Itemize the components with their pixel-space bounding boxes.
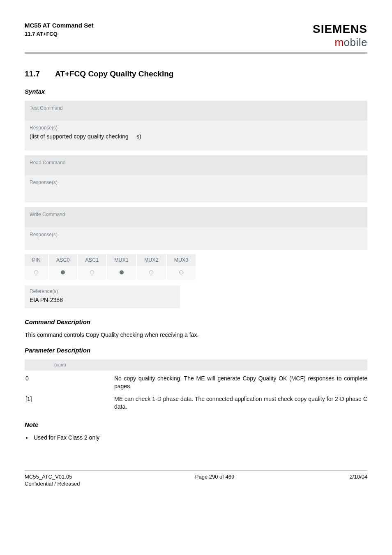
syntax-heading: Syntax [25, 88, 367, 96]
parameter-row: 0 No copy quality checking. The ME will … [25, 372, 367, 393]
read-command-response: Response(s) [25, 175, 367, 202]
parameter-desc: ME can check 1-D phase data. The connect… [114, 395, 367, 411]
page-header: MC55 AT Command Set 11.7 AT+FCQ SIEMENS … [25, 21, 367, 54]
page-footer: MC55_ATC_V01.05 Confidential / Released … [25, 470, 367, 488]
reference-text: EIA PN-2388 [30, 297, 63, 303]
response-text: (list of supported copy quality checking… [30, 133, 141, 140]
reference-block: Reference(s) EIA PN-2388 [25, 286, 180, 308]
pin-col-asc0: ASC0 [49, 254, 78, 266]
response-text-b: s) [136, 133, 141, 140]
note-list: Used for Fax Class 2 only [32, 434, 367, 442]
reference-label: Reference(s) [30, 288, 175, 295]
dot-filled-icon [120, 270, 124, 274]
pin-val-mux1 [107, 266, 137, 280]
footer-page: Page 290 of 469 [195, 473, 234, 488]
mobile-m-letter: m [334, 36, 344, 48]
note-heading: Note [25, 421, 367, 429]
pin-col-asc1: ASC1 [78, 254, 107, 266]
test-command-block: Test Command Response(s) (list of suppor… [25, 101, 367, 150]
command-description-text: This command controls Copy Quality check… [25, 331, 367, 339]
pin-val-mux2 [137, 266, 167, 280]
parameter-description-heading: Parameter Description [25, 346, 367, 355]
mobile-rest: obile [344, 36, 367, 48]
write-command-block: Write Command Response(s) [25, 207, 367, 249]
pin-col-mux3: MUX3 [167, 254, 196, 266]
footer-left: MC55_ATC_V01.05 Confidential / Released [25, 473, 80, 488]
response-text-a: (list of supported copy quality checking [30, 133, 128, 140]
dot-empty-icon [179, 270, 183, 274]
dot-empty-icon [34, 270, 38, 274]
footer-version: MC55_ATC_V01.05 [25, 473, 80, 481]
write-command-label: Write Command [25, 207, 367, 227]
read-command-block: Read Command Response(s) [25, 155, 367, 202]
command-description-heading: Command Description [25, 318, 367, 326]
response-label: Response(s) [30, 124, 362, 131]
footer-classification: Confidential / Released [25, 480, 80, 488]
dot-empty-icon [90, 270, 94, 274]
section-number: 11.7 [25, 69, 55, 79]
pin-val-mux3 [167, 266, 196, 280]
section-heading: 11.7AT+FCQ Copy Quality Checking [25, 69, 367, 79]
doc-title: MC55 AT Command Set [25, 21, 94, 30]
pin-col-pin: PIN [25, 254, 49, 266]
pin-value-row [25, 266, 196, 280]
parameter-key: [1] [25, 395, 114, 403]
parameter-desc: No copy quality checking. The ME will ge… [114, 375, 367, 390]
parameter-key: 0 [25, 375, 114, 382]
pin-val-pin [25, 266, 49, 280]
test-command-label: Test Command [25, 101, 367, 120]
pin-val-asc1 [78, 266, 107, 280]
pin-val-asc0 [49, 266, 78, 280]
brand-block: SIEMENS mobile [313, 21, 367, 50]
header-left: MC55 AT Command Set 11.7 AT+FCQ [25, 21, 94, 38]
dot-empty-icon [149, 270, 153, 274]
parameter-rows: 0 No copy quality checking. The ME will … [25, 372, 367, 413]
footer-date: 2/10/04 [350, 473, 367, 488]
read-command-label: Read Command [25, 155, 367, 175]
section-title: AT+FCQ Copy Quality Checking [55, 69, 173, 78]
doc-subtitle: 11.7 AT+FCQ [25, 30, 94, 38]
parameter-header-bar: (num) [25, 359, 367, 371]
siemens-logo-text: SIEMENS [313, 21, 367, 37]
write-command-response: Response(s) [25, 227, 367, 249]
parameter-num-tag: (num) [29, 362, 66, 367]
pin-header-row: PIN ASC0 ASC1 MUX1 MUX2 MUX3 [25, 254, 196, 266]
pin-col-mux1: MUX1 [107, 254, 137, 266]
mobile-logo-text: mobile [313, 35, 367, 50]
response-label: Response(s) [30, 231, 362, 238]
dot-filled-icon [61, 270, 65, 274]
test-command-response: Response(s) (list of supported copy qual… [25, 120, 367, 150]
pin-col-mux2: MUX2 [137, 254, 167, 266]
note-item: Used for Fax Class 2 only [32, 434, 367, 442]
pin-support-table: PIN ASC0 ASC1 MUX1 MUX2 MUX3 [25, 254, 196, 280]
response-label: Response(s) [30, 179, 362, 186]
parameter-row: [1] ME can check 1-D phase data. The con… [25, 393, 367, 413]
